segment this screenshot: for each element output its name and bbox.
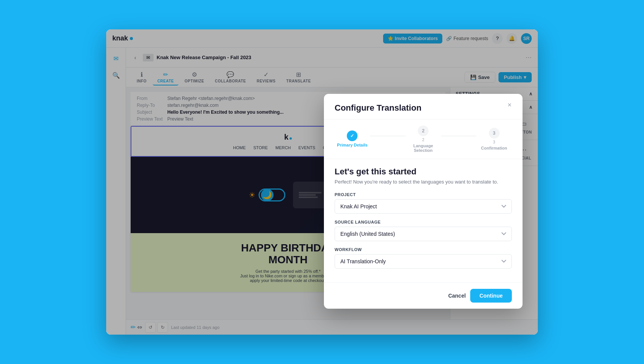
project-field: PROJECT Knak AI Project xyxy=(335,192,512,214)
steps-bar: ✓ Primary Details 2 2 Language Selection… xyxy=(324,119,523,159)
step-1-circle: ✓ xyxy=(347,130,358,141)
step-1-label: Primary Details xyxy=(337,143,367,147)
source-language-select[interactable]: English (United States) xyxy=(335,227,512,241)
step-2: 2 2 Language Selection xyxy=(406,126,441,153)
step-3: 3 3 Confirmation xyxy=(476,128,512,150)
step-connector-2 xyxy=(441,136,476,136)
modal-close-button[interactable]: × xyxy=(504,100,515,111)
cancel-button[interactable]: Cancel xyxy=(448,293,466,299)
modal-header: Configure Translation × xyxy=(324,94,523,119)
project-select[interactable]: Knak AI Project xyxy=(335,199,512,214)
workflow-label: WORKFLOW xyxy=(335,247,512,252)
modal-body: Let's get this started Perfect! Now you'… xyxy=(324,159,523,282)
source-language-label: SOURCE LANGUAGE xyxy=(335,220,512,224)
step-2-num: 2 xyxy=(422,138,424,142)
project-label: PROJECT xyxy=(335,192,512,197)
step-3-circle: 3 xyxy=(489,128,500,139)
step-2-label: Language Selection xyxy=(406,143,441,153)
step-3-num: 3 xyxy=(493,140,495,144)
workflow-select[interactable]: AI Translation-Only xyxy=(335,254,512,269)
workflow-field: WORKFLOW AI Translation-Only xyxy=(335,247,512,269)
step-2-circle: 2 xyxy=(418,126,429,136)
modal-overlay: Configure Translation × ✓ Primary Detail… xyxy=(106,29,538,335)
step-connector-1 xyxy=(370,136,406,136)
source-language-field: SOURCE LANGUAGE English (United States) xyxy=(335,220,512,241)
continue-button[interactable]: Continue xyxy=(470,289,512,303)
modal-body-description: Perfect! Now you're ready to select the … xyxy=(335,179,512,185)
step-1: ✓ Primary Details xyxy=(335,130,370,147)
modal-body-title: Let's get this started xyxy=(335,167,512,177)
step-3-label: Confirmation xyxy=(481,146,507,150)
modal-title: Configure Translation xyxy=(335,103,512,113)
configure-translation-modal: Configure Translation × ✓ Primary Detail… xyxy=(324,94,523,309)
modal-footer: Cancel Continue xyxy=(324,282,523,309)
